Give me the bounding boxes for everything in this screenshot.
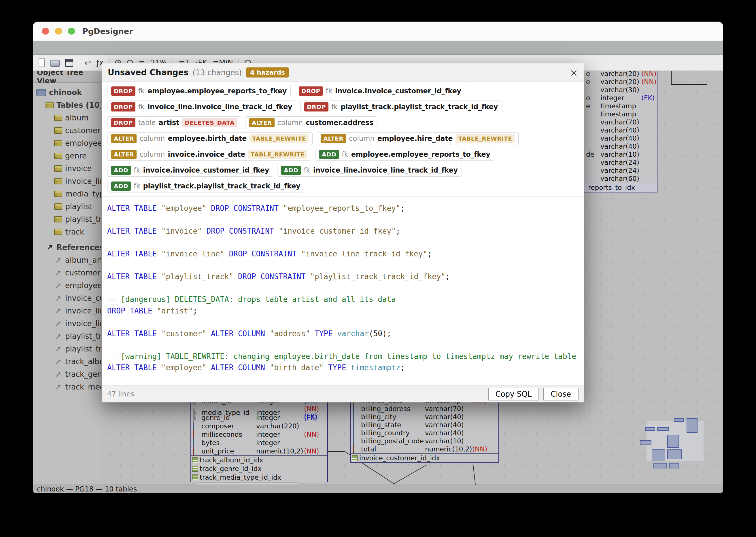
track-indexes: track_album_id_idx track_genre_id_idx tr… (191, 456, 327, 482)
change-chip[interactable]: DROP fk playlist_track.playlist_track_tr… (300, 101, 502, 113)
tree-item-table[interactable]: employee (33, 137, 101, 149)
tree-item-reference[interactable]: ↗ customer_s (33, 267, 101, 279)
index-row: track_genre_id_idx (191, 464, 327, 473)
change-chip[interactable]: ALTER column employee.hire_date TABLE_RE… (316, 132, 519, 145)
reference-arrow-icon: ↗ (54, 370, 62, 379)
column-row: media_type_id integer (NN) (FK) (191, 405, 327, 413)
change-chips: DROP fk employee.employee_reports_to_fke… (102, 82, 584, 197)
tree-item-reference[interactable]: ↗ playlist_trac (33, 343, 101, 355)
column-icon (193, 438, 194, 447)
object-tree-sidebar: Object Tree View chinook Tables (10) alb… (33, 71, 101, 484)
hazard-badge: TABLE_REWRITE (249, 134, 309, 143)
toolbar-button-icon[interactable] (65, 59, 73, 67)
minimap-table-rect (669, 463, 679, 469)
operation-badge: ADD (111, 166, 131, 175)
column-icon (353, 437, 354, 445)
minimize-window-icon[interactable] (55, 28, 62, 35)
column-row: e varchar(20) (NN) (584, 71, 657, 78)
status-text: chinook — PG18 — 10 tables (37, 485, 137, 493)
index-row: track_media_type_id_idx (191, 473, 327, 482)
copy-sql-button[interactable]: Copy SQL (488, 388, 539, 400)
hazard-badge: TABLE_REWRITE (248, 150, 307, 159)
tree-item-table[interactable]: playlist (33, 200, 101, 213)
table-icon (54, 191, 62, 197)
tree-item-table[interactable]: album (33, 111, 101, 124)
table-node-employee[interactable]: e varchar(20) (NN) e varchar(20) (NN) va… (583, 71, 657, 192)
tree-item-table[interactable]: playlist_trac (33, 213, 101, 226)
sql-preview[interactable]: ALTER TABLE "employee" DROP CONSTRAINT "… (102, 197, 584, 386)
change-chip[interactable]: ADD fk employee.employee_reports_to_fkey (315, 148, 494, 161)
reference-arrow-icon: ↗ (54, 294, 62, 303)
reference-arrow-icon: ↗ (54, 357, 62, 366)
change-chip[interactable]: ALTER column employee.birth_date TABLE_R… (107, 132, 313, 145)
column-row: varchar(30) (584, 86, 657, 94)
operation-badge: ALTER (111, 150, 137, 159)
change-chip[interactable]: ADD fk invoice_line.invoice_line_track_i… (277, 164, 462, 177)
toolbar-button-icon[interactable] (50, 60, 60, 67)
column-row: varchar(40) (584, 142, 657, 150)
tree-item-reference[interactable]: ↗ invoice_line (33, 317, 101, 330)
operation-badge: DROP (299, 86, 323, 96)
toolbar-button-icon[interactable] (39, 59, 45, 67)
column-row: billing_address varchar(70) (351, 405, 498, 413)
tree-item-database[interactable]: chinook (33, 86, 101, 99)
change-chip[interactable]: ADD fk invoice.invoice_customer_id_fkey (107, 164, 273, 177)
traffic-lights (42, 28, 75, 35)
tree-item-table[interactable]: customer (33, 124, 101, 137)
zoom-window-icon[interactable] (68, 28, 75, 35)
track-columns: album_id integer (FK) media_type_id inte… (191, 397, 327, 455)
dialog-footer: 47 lines Copy SQL Close (102, 386, 584, 402)
tree-item-reference[interactable]: ↗ employee_r (33, 279, 101, 292)
tree-item-reference[interactable]: ↗ album_artis (33, 254, 101, 267)
close-icon[interactable]: × (570, 67, 578, 78)
reference-arrow-icon: ↗ (54, 268, 62, 277)
tree-item-reference[interactable]: ↗ invoice_cus (33, 292, 101, 305)
change-chip[interactable]: ALTER column invoice.invoice_date TABLE_… (107, 148, 311, 161)
column-row: timestamp (584, 110, 657, 118)
operation-badge: DROP (111, 102, 135, 111)
tree-item-reference[interactable]: ↗ playlist_trac (33, 330, 101, 343)
column-row: billing_postal_code varchar(10) (351, 437, 498, 445)
operation-badge: ADD (111, 182, 131, 191)
column-row: billing_country varchar(40) (351, 429, 498, 437)
tree-item-table[interactable]: media_type (33, 187, 101, 200)
tree-group-references[interactable]: ↗ References ( (33, 241, 101, 254)
change-chip[interactable]: DROP fk invoice.invoice_customer_id_fkey (295, 85, 465, 97)
tree-item-table[interactable]: invoice_line (33, 175, 101, 187)
close-window-icon[interactable] (42, 28, 49, 35)
operation-badge: DROP (304, 102, 328, 111)
table-icon (54, 165, 62, 172)
tree-item-table[interactable]: invoice (33, 162, 101, 175)
reference-arrow-icon: ↗ (54, 319, 62, 328)
table-icon (54, 203, 62, 210)
column-row: milliseconds integer (NN) (191, 430, 327, 438)
database-icon (36, 89, 46, 96)
table-node-invoice[interactable]: invoice_date timestamp (NN) billing_addr… (350, 396, 499, 463)
window-title: PgDesigner (82, 27, 133, 36)
change-chip[interactable]: DROP fk employee.employee_reports_to_fke… (107, 85, 291, 97)
change-chip[interactable]: DROP table artist DELETES_DATA (107, 116, 241, 129)
sidebar-header: Object Tree View (33, 71, 101, 83)
operation-badge: DROP (111, 118, 135, 127)
tree-group-tables[interactable]: Tables (10) (33, 99, 101, 111)
tree-item-table[interactable]: genre (33, 149, 101, 162)
table-icon (54, 229, 62, 235)
minimap-table-rect (667, 449, 682, 459)
minimap[interactable] (639, 417, 705, 470)
tree-item-reference[interactable]: ↗ track_genre (33, 368, 101, 381)
close-button[interactable]: Close (543, 388, 578, 400)
tree-item-table[interactable]: track (33, 226, 101, 238)
tree-item-reference[interactable]: ↗ track_album (33, 355, 101, 368)
change-chip[interactable]: ALTER column customer.address (245, 116, 377, 129)
toolbar-button-icon[interactable]: ↩ (85, 59, 91, 67)
toolbar-button-icon[interactable] (79, 58, 79, 68)
column-row: o integer (FK) (584, 94, 657, 102)
table-node-partial[interactable] (197, 482, 298, 484)
table-node-track[interactable]: album_id integer (FK) media_type_id inte… (190, 396, 328, 482)
change-chip[interactable]: DROP fk invoice_line.invoice_line_track_… (107, 101, 296, 113)
change-chip[interactable]: ADD fk playlist_track.playlist_track_tra… (107, 180, 304, 192)
tree-item-reference[interactable]: ↗ track_medi (33, 381, 101, 393)
table-icon (54, 178, 62, 185)
table-icon (54, 140, 62, 146)
tree-item-reference[interactable]: ↗ invoice_line (33, 305, 101, 317)
